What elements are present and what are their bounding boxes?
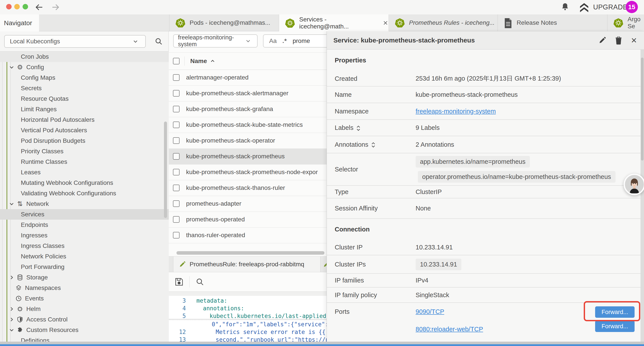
upgrade-button[interactable]: UPGRADE: [579, 2, 628, 13]
table-row[interactable]: alertmanager-operated: [169, 70, 344, 86]
user-avatar[interactable]: [624, 174, 644, 195]
search-query[interactable]: prome: [293, 37, 310, 44]
notifications-bell-icon[interactable]: [561, 2, 570, 12]
editor-search-icon[interactable]: [196, 278, 204, 286]
row-checkbox[interactable]: [173, 153, 180, 160]
sidebar-item-secrets[interactable]: Secrets: [0, 83, 169, 93]
sidebar-item-custom-resources[interactable]: Custom Resources: [0, 325, 169, 335]
table-row[interactable]: kube-prometheus-stack-operator: [169, 133, 344, 149]
minimize-window-button[interactable]: [14, 4, 20, 9]
table-row[interactable]: kube-prometheus-stack-alertmanager: [169, 85, 344, 101]
kubeconfig-selector[interactable]: Local Kubeconfigs: [4, 35, 146, 48]
chevron-right-icon[interactable]: [9, 275, 14, 280]
row-checkbox[interactable]: [173, 106, 180, 112]
row-checkbox[interactable]: [173, 185, 180, 191]
sidebar-item-network[interactable]: ⇅ Network: [0, 199, 169, 209]
sidebar-item-resource-quotas[interactable]: Resource Quotas: [0, 93, 169, 104]
tab-pods[interactable]: Pods - icecheng@mathmas...: [169, 14, 279, 31]
close-window-button[interactable]: [6, 4, 12, 9]
notification-count-badge[interactable]: 15: [626, 1, 638, 13]
row-checkbox[interactable]: [173, 74, 180, 81]
tab-prometheus-rules[interactable]: Prometheus Rules - icecheng...: [389, 14, 498, 31]
table-row[interactable]: thanos-ruler-operated: [169, 227, 344, 243]
row-checkbox[interactable]: [173, 232, 180, 239]
table-row-selected[interactable]: kube-prometheus-stack-prometheus: [169, 148, 344, 164]
chevron-down-icon[interactable]: [9, 201, 14, 207]
expand-collapse-icon[interactable]: [356, 125, 361, 131]
port-link[interactable]: 8080:reloader-web/TCP: [416, 326, 483, 333]
sidebar-item-pod-disruption-budgets[interactable]: Pod Disruption Budgets: [0, 136, 169, 146]
sidebar-item-config[interactable]: ⚙ Config: [0, 62, 169, 72]
chevron-down-icon[interactable]: [9, 64, 14, 70]
table-row[interactable]: prometheus-operated: [169, 212, 344, 228]
close-tab-icon[interactable]: [382, 20, 389, 26]
sidebar-item-endpoints[interactable]: Endpoints: [0, 220, 169, 230]
sidebar-item-cron-jobs[interactable]: Cron Jobs: [0, 51, 169, 62]
back-arrow-icon[interactable]: [35, 3, 44, 12]
row-checkbox[interactable]: [173, 169, 180, 175]
trash-icon[interactable]: [615, 36, 622, 44]
row-checkbox[interactable]: [173, 137, 180, 144]
sidebar-item-events[interactable]: Events: [0, 293, 169, 304]
line-number: 4: [169, 305, 186, 312]
sidebar-item-limit-ranges[interactable]: Limit Ranges: [0, 104, 169, 114]
close-icon[interactable]: ×: [631, 36, 637, 44]
sidebar-item-storage[interactable]: Storage: [0, 272, 169, 283]
namespace-selector[interactable]: freeleaps-monitoring-system: [173, 34, 258, 47]
sidebar-item-ingress-classes[interactable]: Ingress Classes: [0, 241, 169, 251]
table-row[interactable]: kube-prometheus-stack-grafana: [169, 101, 344, 117]
maximize-window-button[interactable]: [22, 4, 28, 9]
row-checkbox[interactable]: [173, 200, 180, 207]
sidebar-item-access-control[interactable]: Access Control: [0, 314, 169, 325]
sidebar-item-namespaces[interactable]: Namespaces: [0, 283, 169, 293]
row-checkbox[interactable]: [173, 122, 180, 128]
sidebar-item-validating-webhook-configurations[interactable]: Validating Webhook Configurations: [0, 188, 169, 199]
navigator-panel-tab[interactable]: Navigator: [0, 14, 39, 31]
regex-toggle[interactable]: .*: [282, 37, 287, 44]
forward-arrow-icon[interactable]: [51, 3, 60, 12]
row-checkbox[interactable]: [173, 216, 180, 223]
match-case-toggle[interactable]: Aa: [269, 37, 277, 44]
sidebar-item-ingresses[interactable]: Ingresses: [0, 230, 169, 241]
table-row[interactable]: kube-prometheus-stack-thanos-ruler: [169, 180, 344, 196]
tab-services[interactable]: Services - icecheng@math...: [279, 14, 389, 31]
sidebar-item-leases[interactable]: Leases: [0, 167, 169, 178]
name-column-header[interactable]: Name: [190, 58, 207, 65]
sidebar-item-horizontal-pod-autoscalers[interactable]: Horizontal Pod Autoscalers: [0, 114, 169, 125]
chevron-right-icon[interactable]: [9, 317, 14, 322]
edit-pencil-icon[interactable]: [599, 36, 606, 44]
sidebar-item-mutating-webhook-configurations[interactable]: Mutating Webhook Configurations: [0, 178, 169, 188]
sort-ascending-icon[interactable]: [210, 58, 215, 64]
sidebar-item-port-forwarding[interactable]: Port Forwarding: [0, 262, 169, 272]
search-icon[interactable]: [155, 37, 163, 45]
chevron-right-icon[interactable]: [9, 306, 14, 312]
expand-collapse-icon[interactable]: [371, 142, 376, 147]
namespace-link[interactable]: freeleaps-monitoring-system: [416, 108, 496, 115]
sidebar-item-services[interactable]: Services: [0, 209, 169, 220]
horizontal-scrollbar[interactable]: [176, 251, 324, 255]
table-row[interactable]: kube-prometheus-stack-kube-state-metrics: [169, 117, 344, 133]
sidebar-scrollbar[interactable]: [164, 122, 167, 218]
port-link[interactable]: 9090/TCP: [416, 308, 444, 315]
table-row[interactable]: kube-prometheus-stack-prometheus-node-ex…: [169, 164, 344, 180]
property-row-selector: Selector app.kubernetes.io/name=promethe…: [327, 153, 644, 186]
detail-scrollbar[interactable]: [641, 58, 644, 161]
sidebar-item-runtime-classes[interactable]: Runtime Classes: [0, 157, 169, 167]
tab-label: Release Notes: [517, 19, 557, 26]
sidebar-item-network-policies[interactable]: Network Policies: [0, 251, 169, 262]
table-row[interactable]: prometheus-adapter: [169, 196, 344, 212]
sidebar-item-vertical-pod-autoscalers[interactable]: Vertical Pod Autoscalers: [0, 125, 169, 136]
column-divider: [184, 56, 184, 66]
select-all-checkbox[interactable]: [173, 58, 180, 64]
tab-argo[interactable]: Argo Se: [607, 14, 644, 31]
forward-port-button[interactable]: Forward...: [595, 321, 634, 332]
row-checkbox[interactable]: [173, 90, 180, 97]
yaml-editor[interactable]: 3metadata: 4annotations: 5kubectl.kubern…: [169, 296, 344, 344]
sidebar-item-priority-classes[interactable]: Priority Classes: [0, 146, 169, 157]
sidebar-item-helm[interactable]: Helm: [0, 304, 169, 314]
tab-release-notes[interactable]: Release Notes: [498, 14, 607, 31]
editor-tab-prometheusrule[interactable]: PrometheusRule: freeleaps-prod-rabbitmq: [173, 256, 320, 272]
sidebar-item-config-maps[interactable]: Config Maps: [0, 72, 169, 83]
chevron-down-icon[interactable]: [9, 327, 14, 333]
save-icon[interactable]: [175, 278, 183, 286]
